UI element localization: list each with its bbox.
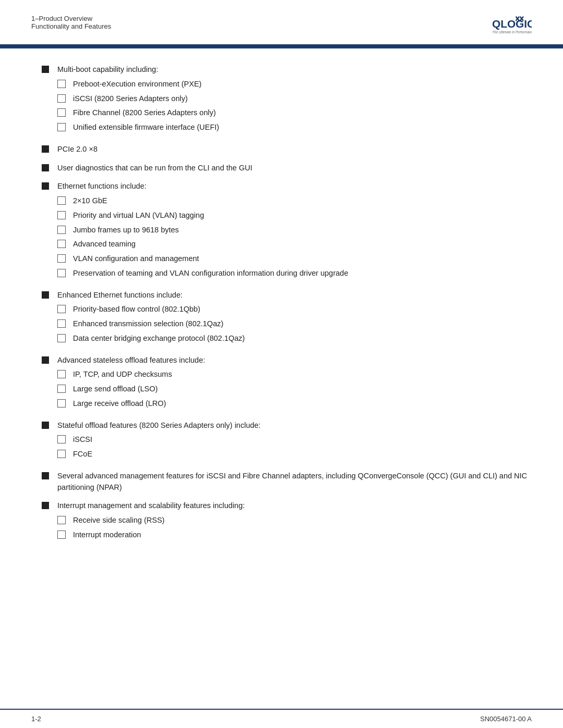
outer-bullet-text: Enhanced Ethernet functions include:: [57, 291, 182, 299]
inner-bullet-text: Interrupt moderation: [73, 529, 141, 541]
checkbox-icon: [57, 94, 66, 103]
inner-bullet-text: Unified extensible firmware interface (U…: [73, 122, 219, 133]
inner-bullet-item: Unified extensible firmware interface (U…: [57, 122, 532, 133]
outer-bullet-text: PCIe 2.0 ×8: [57, 145, 97, 153]
inner-bullet-text: FCoE: [73, 449, 92, 460]
bullet-square-icon: [42, 182, 49, 190]
outer-bullet-item: Several advanced management features for…: [42, 471, 532, 493]
inner-bullet-text: Jumbo frames up to 9618 bytes: [73, 225, 179, 236]
outer-bullet-item: Stateful offload features (8200 Series A…: [42, 420, 532, 463]
checkbox-icon: [57, 269, 66, 277]
outer-bullet-text: User diagnostics that can be run from th…: [57, 164, 252, 172]
inner-bullet-text: Large receive offload (LRO): [73, 398, 166, 410]
outer-bullet-content: Enhanced Ethernet functions include:Prio…: [57, 290, 532, 348]
checkbox-icon: [57, 123, 66, 131]
outer-bullet-content: Advanced stateless offload features incl…: [57, 355, 532, 413]
checkbox-icon: [57, 254, 66, 263]
outer-bullet-content: User diagnostics that can be run from th…: [57, 163, 532, 174]
outer-bullet-item: Multi-boot capability including:Preboot-…: [42, 64, 532, 137]
inner-bullet-list: Preboot-eXecution environment (PXE)iSCSI…: [57, 79, 532, 133]
inner-bullet-list: Priority-based flow control (802.1Qbb)En…: [57, 304, 532, 344]
inner-bullet-item: Jumbo frames up to 9618 bytes: [57, 225, 532, 236]
inner-bullet-list: Receive side scaling (RSS)Interrupt mode…: [57, 515, 532, 541]
inner-bullet-text: Priority-based flow control (802.1Qbb): [73, 304, 200, 315]
page: 1–Product Overview Functionality and Fea…: [0, 0, 563, 728]
outer-bullet-item: Enhanced Ethernet functions include:Prio…: [42, 290, 532, 348]
outer-bullet-text: Interrupt management and scalability fea…: [57, 501, 244, 510]
bullet-square-icon: [42, 145, 49, 153]
inner-bullet-text: 2×10 GbE: [73, 195, 107, 207]
bullet-square-icon: [42, 422, 49, 429]
inner-bullet-item: FCoE: [57, 449, 532, 460]
inner-bullet-list: iSCSIFCoE: [57, 434, 532, 460]
outer-bullet-content: Multi-boot capability including:Preboot-…: [57, 64, 532, 137]
inner-bullet-item: Advanced teaming: [57, 239, 532, 250]
inner-bullet-text: Enhanced transmission selection (802.1Qa…: [73, 318, 224, 330]
inner-bullet-item: 2×10 GbE: [57, 195, 532, 207]
checkbox-icon: [57, 450, 66, 458]
outer-bullet-list: Multi-boot capability including:Preboot-…: [42, 64, 532, 544]
page-footer: 1-2 SN0054671-00 A: [0, 709, 563, 728]
inner-bullet-item: Data center bridging exchange protocol (…: [57, 333, 532, 344]
svg-text:The Ultimate in Performance: The Ultimate in Performance: [492, 30, 532, 34]
footer-doc-number: SN0054671-00 A: [480, 715, 532, 723]
outer-bullet-item: PCIe 2.0 ×8: [42, 144, 532, 155]
inner-bullet-text: Receive side scaling (RSS): [73, 515, 165, 526]
outer-bullet-text: Ethernet functions include:: [57, 182, 146, 190]
page-header: 1–Product Overview Functionality and Fea…: [0, 0, 563, 38]
outer-bullet-content: Interrupt management and scalability fea…: [57, 500, 532, 544]
checkbox-icon: [57, 530, 66, 539]
inner-bullet-item: IP, TCP, and UDP checksums: [57, 369, 532, 380]
outer-bullet-item: Interrupt management and scalability fea…: [42, 500, 532, 544]
inner-bullet-item: Priority and virtual LAN (VLAN) tagging: [57, 210, 532, 221]
inner-bullet-list: 2×10 GbEPriority and virtual LAN (VLAN) …: [57, 195, 532, 279]
inner-bullet-text: iSCSI: [73, 434, 92, 446]
outer-bullet-content: PCIe 2.0 ×8: [57, 144, 532, 155]
inner-bullet-list: IP, TCP, and UDP checksumsLarge send off…: [57, 369, 532, 409]
inner-bullet-text: IP, TCP, and UDP checksums: [73, 369, 172, 380]
checkbox-icon: [57, 108, 66, 117]
inner-bullet-item: iSCSI: [57, 434, 532, 446]
qlogic-logo-icon: QLOGIC The Ultimate in Performance: [490, 15, 532, 38]
bullet-square-icon: [42, 66, 49, 73]
checkbox-icon: [57, 80, 66, 88]
outer-bullet-text: Stateful offload features (8200 Series A…: [57, 421, 261, 429]
checkbox-icon: [57, 211, 66, 219]
inner-bullet-item: VLAN configuration and management: [57, 253, 532, 265]
checkbox-icon: [57, 435, 66, 443]
bullet-square-icon: [42, 291, 49, 299]
inner-bullet-text: iSCSI (8200 Series Adapters only): [73, 93, 188, 105]
header-subtitle: Functionality and Features: [31, 22, 111, 30]
inner-bullet-text: Priority and virtual LAN (VLAN) tagging: [73, 210, 204, 221]
inner-bullet-text: Fibre Channel (8200 Series Adapters only…: [73, 107, 216, 119]
header-text: 1–Product Overview Functionality and Fea…: [31, 15, 111, 30]
inner-bullet-text: VLAN configuration and management: [73, 253, 199, 265]
inner-bullet-item: Large receive offload (LRO): [57, 398, 532, 410]
bullet-square-icon: [42, 356, 49, 364]
inner-bullet-item: Preservation of teaming and VLAN configu…: [57, 268, 532, 279]
outer-bullet-item: User diagnostics that can be run from th…: [42, 163, 532, 174]
outer-bullet-text: Multi-boot capability including:: [57, 65, 158, 73]
inner-bullet-item: Large send offload (LSO): [57, 384, 532, 395]
checkbox-icon: [57, 385, 66, 393]
inner-bullet-item: Enhanced transmission selection (802.1Qa…: [57, 318, 532, 330]
inner-bullet-text: Data center bridging exchange protocol (…: [73, 333, 245, 344]
checkbox-icon: [57, 370, 66, 378]
checkbox-icon: [57, 319, 66, 328]
inner-bullet-item: Priority-based flow control (802.1Qbb): [57, 304, 532, 315]
inner-bullet-text: Large send offload (LSO): [73, 384, 158, 395]
checkbox-icon: [57, 240, 66, 248]
inner-bullet-item: iSCSI (8200 Series Adapters only): [57, 93, 532, 105]
bullet-square-icon: [42, 502, 49, 509]
outer-bullet-item: Ethernet functions include:2×10 GbEPrior…: [42, 181, 532, 282]
inner-bullet-text: Preservation of teaming and VLAN configu…: [73, 268, 348, 279]
checkbox-icon: [57, 399, 66, 408]
header-title: 1–Product Overview: [31, 15, 111, 22]
bullet-square-icon: [42, 472, 49, 479]
main-content: Multi-boot capability including:Preboot-…: [0, 48, 563, 709]
checkbox-icon: [57, 226, 66, 234]
footer-page-number: 1-2: [31, 715, 41, 723]
checkbox-icon: [57, 196, 66, 205]
bullet-square-icon: [42, 164, 49, 171]
inner-bullet-text: Advanced teaming: [73, 239, 136, 250]
